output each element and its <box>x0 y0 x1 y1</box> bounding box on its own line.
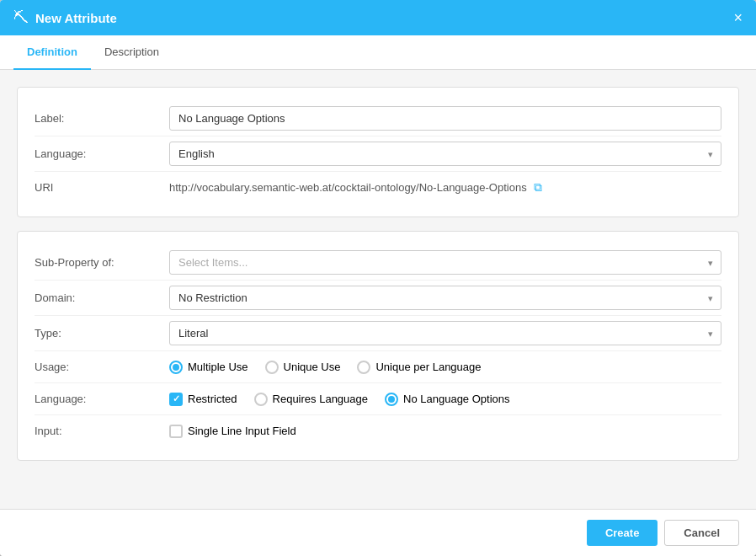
uri-field-value: http://vocabulary.semantic-web.at/cockta… <box>169 180 721 195</box>
subproperty-label: Sub-Property of: <box>35 256 169 269</box>
multiple-use-radio-circle <box>169 361 183 374</box>
language-field-value: English German French ▾ <box>169 142 721 166</box>
tab-definition[interactable]: Definition <box>13 35 91 70</box>
multiple-use-label: Multiple Use <box>188 361 248 373</box>
no-language-options-radio[interactable]: No Language Options <box>385 393 509 406</box>
new-attribute-dialog: ⛏ New Attribute × Definition Description… <box>0 0 756 556</box>
section-advanced: Sub-Property of: Select Items... ▾ Domai… <box>17 231 739 461</box>
domain-select-wrap: No Restriction ▾ <box>169 286 721 310</box>
label-input[interactable] <box>169 106 721 131</box>
restricted-label: Restricted <box>188 393 237 405</box>
subproperty-select[interactable]: Select Items... <box>169 250 721 275</box>
language-options-value: ✓ Restricted Requires Language <box>169 393 721 406</box>
subproperty-select-wrap: Select Items... ▾ <box>169 250 721 275</box>
unique-per-language-radio-circle <box>357 361 370 374</box>
language-select[interactable]: English German French <box>169 142 721 166</box>
requires-language-radio[interactable]: Requires Language <box>254 393 368 406</box>
dialog-title: New Attribute <box>35 11 117 25</box>
uri-content: http://vocabulary.semantic-web.at/cockta… <box>169 180 721 195</box>
no-language-options-radio-inner <box>388 396 395 403</box>
tool-icon: ⛏ <box>13 9 29 27</box>
usage-label: Usage: <box>35 361 169 373</box>
label-field-value <box>169 106 721 131</box>
language-field-label: Language: <box>35 147 169 160</box>
unique-use-radio-circle <box>265 361 279 374</box>
requires-language-label: Requires Language <box>273 393 368 405</box>
no-language-options-label: No Language Options <box>403 393 509 405</box>
language-row: Language: English German French ▾ <box>35 136 721 171</box>
restricted-checkbox[interactable]: ✓ Restricted <box>169 393 237 406</box>
label-row: Label: <box>35 101 721 136</box>
section-basic-info: Label: Language: English German French ▾ <box>17 87 739 217</box>
usage-row: Usage: Multiple Use Uniqu <box>35 350 721 382</box>
usage-multiple-use[interactable]: Multiple Use <box>169 361 248 374</box>
domain-select[interactable]: No Restriction <box>169 286 721 310</box>
unique-per-language-label: Unique per Language <box>375 361 481 373</box>
subproperty-value: Select Items... ▾ <box>169 250 721 275</box>
header-left: ⛏ New Attribute <box>13 9 117 27</box>
uri-row: URI http://vocabulary.semantic-web.at/co… <box>35 171 721 203</box>
domain-label: Domain: <box>35 291 169 304</box>
type-select[interactable]: Literal <box>169 321 721 345</box>
single-line-input-checkbox[interactable]: Single Line Input Field <box>169 425 721 438</box>
uri-field-label: URI <box>35 181 169 194</box>
input-label: Input: <box>35 425 169 437</box>
usage-unique-per-language[interactable]: Unique per Language <box>357 361 481 374</box>
requires-language-radio-circle <box>254 393 268 406</box>
usage-value: Multiple Use Unique Use Unique per Langu… <box>169 361 721 374</box>
dialog-footer: Create Cancel <box>0 509 756 556</box>
single-line-input-label: Single Line Input Field <box>188 425 296 437</box>
tabs: Definition Description <box>0 35 756 70</box>
restricted-check-icon: ✓ <box>173 394 180 404</box>
domain-value: No Restriction ▾ <box>169 286 721 310</box>
type-row: Type: Literal ▾ <box>35 315 721 350</box>
label-field-label: Label: <box>35 112 169 125</box>
single-line-input-checkbox-box <box>169 425 183 438</box>
uri-link-icon[interactable]: ⧉ <box>534 180 542 195</box>
multiple-use-radio-inner <box>173 364 179 371</box>
subproperty-row: Sub-Property of: Select Items... ▾ <box>35 245 721 280</box>
close-button[interactable]: × <box>733 10 743 25</box>
type-label: Type: <box>35 327 169 339</box>
dialog-header: ⛏ New Attribute × <box>0 0 756 35</box>
uri-text: http://vocabulary.semantic-web.at/cockta… <box>169 181 527 194</box>
type-select-wrap: Literal ▾ <box>169 321 721 345</box>
input-row: Input: Single Line Input Field <box>35 414 721 446</box>
usage-unique-use[interactable]: Unique Use <box>265 361 341 374</box>
create-button[interactable]: Create <box>587 520 658 546</box>
usage-radio-group: Multiple Use Unique Use Unique per Langu… <box>169 361 721 374</box>
unique-use-label: Unique Use <box>284 361 341 373</box>
language-select-wrap: English German French ▾ <box>169 142 721 166</box>
restricted-checkbox-box: ✓ <box>169 393 183 406</box>
language-options-label: Language: <box>35 393 169 405</box>
dialog-body: Label: Language: English German French ▾ <box>0 70 756 509</box>
cancel-button[interactable]: Cancel <box>664 520 739 546</box>
type-value: Literal ▾ <box>169 321 721 345</box>
no-language-options-radio-circle <box>385 393 398 406</box>
language-options-row: Language: ✓ Restricted Req <box>35 382 721 414</box>
language-options-group: ✓ Restricted Requires Language <box>169 393 721 406</box>
domain-row: Domain: No Restriction ▾ <box>35 280 721 315</box>
tab-description[interactable]: Description <box>91 35 173 70</box>
input-value: Single Line Input Field <box>169 425 721 438</box>
